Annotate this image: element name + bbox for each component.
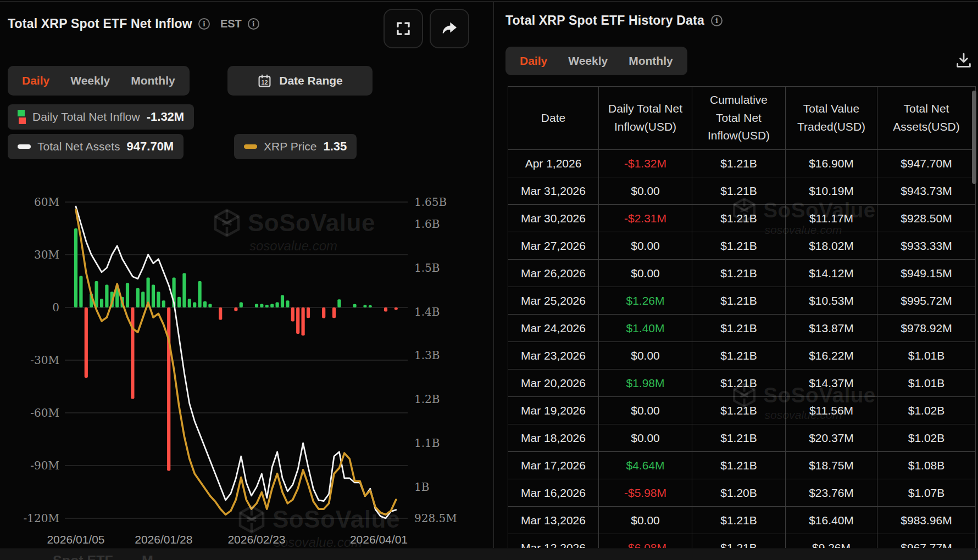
inflow-bar[interactable] — [332, 307, 336, 318]
tab-daily[interactable]: Daily — [22, 74, 49, 87]
table-cell: Mar 23,2026 — [508, 342, 599, 369]
table-row[interactable]: Mar 13,2026$0.00$1.21B$16.40M$983.96M — [508, 507, 976, 534]
inflow-bar[interactable] — [141, 292, 145, 307]
table-row[interactable]: Mar 20,2026$1.98M$1.21B$14.37M$1.01B — [508, 369, 976, 397]
inflow-bar[interactable] — [79, 276, 82, 307]
table-cell: -$5.98M — [599, 479, 692, 506]
legend-item-xrp-price[interactable]: XRP Price1.35 — [234, 134, 357, 159]
table-scrollbar[interactable] — [972, 91, 976, 184]
inflow-bar[interactable] — [136, 288, 140, 307]
table-row[interactable]: Mar 17,2026$4.64M$1.21B$18.75M$1.08B — [508, 452, 976, 479]
inflow-bar[interactable] — [265, 305, 269, 307]
inflow-bar[interactable] — [74, 228, 77, 307]
table-row[interactable]: Mar 26,2026$0.00$1.21B$14.12M$949.15M — [508, 260, 976, 287]
tab-monthly[interactable]: Monthly — [629, 54, 673, 68]
timezone-info-icon[interactable]: i — [248, 18, 259, 30]
inflow-bar[interactable] — [384, 307, 387, 311]
inflow-bar[interactable] — [337, 299, 341, 307]
table-row[interactable]: Mar 31,2026$0.00$1.21B$10.19M$943.73M — [508, 177, 976, 205]
table-row[interactable]: Mar 25,2026$1.26M$1.21B$10.53M$995.72M — [508, 287, 976, 315]
inflow-bar[interactable] — [182, 273, 186, 307]
inflow-bar[interactable] — [219, 307, 222, 320]
inflow-bar[interactable] — [291, 307, 294, 322]
table-cell: $995.72M — [877, 287, 976, 314]
inflow-bar[interactable] — [152, 284, 155, 307]
table-period-tabs: DailyWeeklyMonthly — [505, 47, 687, 75]
table-cell: $1.21B — [692, 534, 786, 548]
top-divider — [0, 1, 978, 2]
inflow-bar[interactable] — [131, 307, 134, 399]
table-cell: $14.12M — [786, 260, 877, 287]
table-row[interactable]: Mar 12,2026-$6.08M$1.21B$9.26M$967.77M — [508, 534, 976, 548]
inflow-bar[interactable] — [296, 307, 299, 334]
inflow-bar[interactable] — [208, 304, 212, 307]
download-button[interactable] — [952, 48, 976, 72]
right-axis-tick: 1.2B — [414, 393, 440, 406]
legend-item-daily-total-net-inflow[interactable]: Daily Total Net Inflow-1.32M — [8, 104, 194, 130]
clipped-next-section: Spot ETF M — [0, 548, 978, 560]
legend-item-total-net-assets[interactable]: Total Net Assets947.70M — [8, 134, 184, 159]
table-row[interactable]: Mar 23,2026$0.00$1.21B$16.22M$1.01B — [508, 342, 976, 369]
table-row[interactable]: Mar 30,2026-$2.31M$1.21B$11.17M$928.50M — [508, 205, 976, 232]
inflow-bar[interactable] — [363, 305, 366, 307]
net-inflow-chart[interactable]: 60M30M0-30M-60M-90M-120M1.65B1.6B1.5B1.4… — [0, 165, 493, 560]
history-data-table[interactable]: DateDaily Total Net Inflow(USD)Cumulativ… — [508, 86, 976, 548]
inflow-bar[interactable] — [198, 281, 202, 307]
legend-value: -1.32M — [147, 110, 184, 124]
inflow-bar[interactable] — [188, 299, 191, 307]
inflow-bar[interactable] — [177, 297, 181, 307]
table-cell: Mar 27,2026 — [508, 232, 599, 259]
tab-weekly[interactable]: Weekly — [568, 54, 608, 68]
table-cell: $16.90M — [786, 150, 877, 177]
inflow-bar[interactable] — [167, 307, 170, 471]
inflow-bar[interactable] — [105, 284, 108, 307]
table-cell: $1.21B — [692, 287, 786, 314]
inflow-bar[interactable] — [126, 283, 129, 307]
table-row[interactable]: Mar 24,2026$1.40M$1.21B$13.87M$978.92M — [508, 315, 976, 342]
table-cell: Mar 13,2026 — [508, 507, 599, 534]
info-icon[interactable]: i — [198, 18, 210, 30]
table-row[interactable]: Mar 18,2026$0.00$1.21B$20.37M$1.02B — [508, 424, 976, 452]
date-range-button[interactable]: 12 Date Range — [227, 66, 373, 96]
table-row[interactable]: Mar 19,2026$0.00$1.21B$11.56M$1.02B — [508, 397, 976, 424]
inflow-bar[interactable] — [255, 304, 258, 307]
inflow-bar[interactable] — [307, 307, 310, 318]
inflow-bar[interactable] — [276, 302, 279, 307]
share-button[interactable] — [430, 9, 469, 48]
x-axis-tick: 2026/01/28 — [135, 533, 192, 546]
inflow-bar[interactable] — [240, 302, 243, 307]
table-cell: $10.19M — [786, 177, 877, 204]
table-cell: $1.02B — [877, 424, 976, 451]
inflow-bar[interactable] — [270, 304, 274, 307]
table-info-icon[interactable]: i — [711, 15, 723, 26]
tab-monthly[interactable]: Monthly — [131, 74, 175, 87]
table-row[interactable]: Mar 27,2026$0.00$1.21B$18.02M$933.33M — [508, 232, 976, 260]
inflow-bar[interactable] — [260, 304, 263, 307]
gold-dash-icon — [244, 144, 257, 149]
inflow-bar[interactable] — [353, 304, 357, 307]
fullscreen-button[interactable] — [384, 9, 423, 48]
inflow-bar[interactable] — [281, 295, 284, 307]
inflow-bar[interactable] — [85, 307, 88, 378]
date-range-label: Date Range — [279, 74, 343, 87]
tab-weekly[interactable]: Weekly — [70, 74, 110, 87]
table-panel-title: Total XRP Spot ETF History Data — [505, 13, 704, 28]
table-row[interactable]: Apr 1,2026-$1.32M$1.21B$16.90M$947.70M — [508, 150, 976, 177]
inflow-bar[interactable] — [394, 307, 398, 310]
inflow-bar[interactable] — [162, 300, 165, 307]
table-cell: $0.00 — [599, 397, 692, 424]
table-cell: $0.00 — [599, 342, 692, 369]
table-row[interactable]: Mar 16,2026-$5.98M$1.20B$23.76M$1.07B — [508, 479, 976, 507]
inflow-bar[interactable] — [286, 300, 289, 307]
inflow-bar[interactable] — [100, 299, 103, 307]
table-cell: $983.96M — [877, 507, 976, 534]
inflow-bar[interactable] — [322, 307, 325, 318]
inflow-bar[interactable] — [369, 305, 372, 307]
inflow-bar[interactable] — [302, 307, 305, 335]
inflow-bar[interactable] — [193, 302, 196, 307]
tab-daily[interactable]: Daily — [520, 54, 547, 68]
inflow-bar[interactable] — [234, 307, 237, 311]
inflow-bar[interactable] — [203, 301, 207, 307]
table-cell: $1.21B — [692, 260, 786, 287]
inflow-bar[interactable] — [157, 292, 160, 307]
